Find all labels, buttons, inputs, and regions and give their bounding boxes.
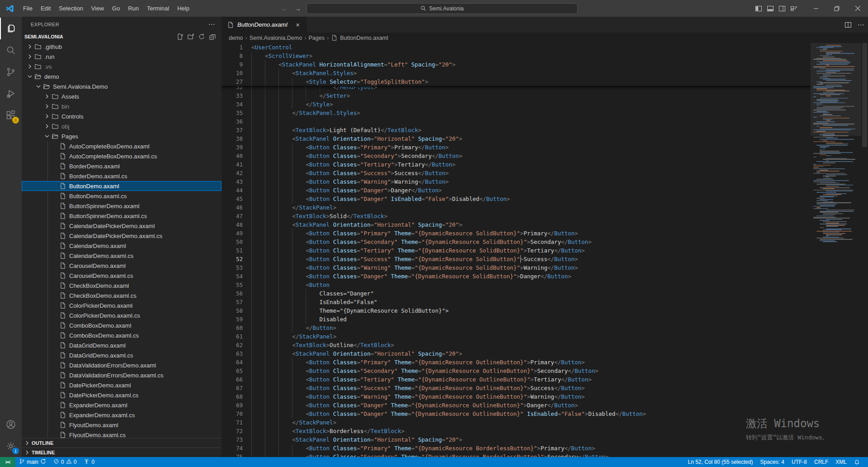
code-line-35[interactable]: 35 </StackPanel.Styles> xyxy=(222,109,811,117)
code-line-8[interactable]: 8 <ScrollViewer> xyxy=(222,52,811,60)
tree-item-borderdemo-axaml-cs[interactable]: BorderDemo.axaml.cs xyxy=(22,171,222,181)
new-folder-icon[interactable] xyxy=(187,33,194,40)
tree-item-semi-avalonia-demo[interactable]: Semi.Avalonia.Demo xyxy=(22,81,222,91)
code-line-69[interactable]: 69 <Button Classes="Danger" Theme="{Dyna… xyxy=(222,401,811,410)
code-line-43[interactable]: 43 <Button Classes="Warning">Warning</Bu… xyxy=(222,177,811,186)
activity-run-and-debug-icon[interactable] xyxy=(0,83,22,105)
collapse-all-icon[interactable] xyxy=(209,33,216,40)
tree-item-checkboxdemo-axaml[interactable]: CheckBoxDemo.axaml xyxy=(22,281,222,291)
code-line-54[interactable]: 54 <Button Classes="Danger" Theme="{Dyna… xyxy=(222,272,811,281)
code-line-63[interactable]: 63 <StackPanel Orientation="Horizontal" … xyxy=(222,349,811,358)
code-line-1[interactable]: 1<UserControl xyxy=(222,43,811,52)
code-line-74[interactable]: 74 <Button Classes="Primary" Theme="{Dyn… xyxy=(222,444,811,453)
code-line-67[interactable]: 67 <Button Classes="Success" Theme="{Dyn… xyxy=(222,384,811,392)
menu-view[interactable]: View xyxy=(87,3,108,14)
tree-item-comboboxdemo-axaml[interactable]: ComboBoxDemo.axaml xyxy=(22,320,222,330)
more-actions-icon[interactable]: ⋯ xyxy=(857,21,864,29)
tree-item-buttonspinnerdemo-axaml[interactable]: ButtonSpinnerDemo.axaml xyxy=(22,201,222,211)
tree-item-calendardatepickerdemo-axaml[interactable]: CalendarDatePickerDemo.axaml xyxy=(22,221,222,231)
code-line-71[interactable]: 71 </StackPanel> xyxy=(222,418,811,427)
code-line-64[interactable]: 64 <Button Classes="Primary" Theme="{Dyn… xyxy=(222,358,811,367)
code-line-40[interactable]: 40 <Button Classes="Secondary">Secondary… xyxy=(222,152,811,160)
code-line-66[interactable]: 66 <Button Classes="Tertiary" Theme="{Dy… xyxy=(222,375,811,384)
cursor-position[interactable]: Ln 52, Col 80 (55 selected) xyxy=(684,457,757,467)
ports-status[interactable]: 0 xyxy=(80,457,98,467)
explorer-more-actions-icon[interactable]: ⋯ xyxy=(208,20,215,29)
workspace-section-header[interactable]: SEMI.AVALONIA xyxy=(22,32,222,42)
code-line-37[interactable]: 37 <TextBlock>Light (Default)</TextBlock… xyxy=(222,126,811,134)
tab-buttondemo-axaml[interactable]: ButtonDemo.axaml × xyxy=(222,17,307,33)
remote-indicator[interactable]: >< xyxy=(0,457,15,467)
close-tab-icon[interactable]: × xyxy=(293,20,302,29)
close-button[interactable] xyxy=(847,0,868,17)
activity-extensions-icon[interactable]: ⚠ xyxy=(0,105,22,126)
menu-edit[interactable]: Edit xyxy=(37,3,55,14)
editor-scrollbar[interactable] xyxy=(861,43,868,457)
tree-item-obj[interactable]: obj xyxy=(22,121,222,131)
code-line-50[interactable]: 50 <Button Classes="Secondary" Theme="{D… xyxy=(222,238,811,246)
eol-status[interactable]: CRLF xyxy=(811,457,832,467)
activity-settings-icon[interactable]: 1 xyxy=(0,435,22,457)
code-line-27[interactable]: 27 <Style Selector="ToggleSplitButton"> xyxy=(222,77,811,86)
tree-item-carouseldemo-axaml[interactable]: CarouselDemo.axaml xyxy=(22,261,222,271)
code-line-41[interactable]: 41 <Button Classes="Tertiary">Tertiary</… xyxy=(222,160,811,169)
tree-item-buttonspinnerdemo-axaml-cs[interactable]: ButtonSpinnerDemo.axaml.cs xyxy=(22,211,222,221)
tree-item-autocompleteboxdemo-axaml-cs[interactable]: AutoCompleteBoxDemo.axaml.cs xyxy=(22,151,222,161)
code-line-53[interactable]: 53 <Button Classes="Warning" Theme="{Dyn… xyxy=(222,263,811,272)
tree-item-pages[interactable]: Pages xyxy=(22,131,222,141)
tree-item-datepickerdemo-axaml[interactable]: DatePickerDemo.axaml xyxy=(22,380,222,390)
tree-item-datepickerdemo-axaml-cs[interactable]: DatePickerDemo.axaml.cs xyxy=(22,390,222,400)
tree-item-calendardemo-axaml-cs[interactable]: CalendarDemo.axaml.cs xyxy=(22,251,222,261)
tree-item-demo[interactable]: demo xyxy=(22,71,222,81)
problems-status[interactable]: 0 0 xyxy=(50,457,80,467)
timeline-panel-header[interactable]: TIMELINE xyxy=(22,448,222,457)
code-line-61[interactable]: 61 </StackPanel> xyxy=(222,332,811,341)
code-line-33[interactable]: 33 </Setter> xyxy=(222,91,811,100)
tree-item-assets[interactable]: Assets xyxy=(22,91,222,101)
code-line-10[interactable]: 10 <StackPanel.Styles> xyxy=(222,69,811,77)
tree-item-borderdemo-axaml[interactable]: BorderDemo.axaml xyxy=(22,161,222,171)
outline-panel-header[interactable]: OUTLINE xyxy=(22,438,222,448)
new-file-icon[interactable] xyxy=(176,33,184,40)
split-editor-icon[interactable] xyxy=(844,21,852,29)
code-line-62[interactable]: 62 <TextBlock>Outline</TextBlock> xyxy=(222,341,811,349)
code-line-59[interactable]: 59 Disabled xyxy=(222,315,811,324)
code-line-44[interactable]: 44 <Button Classes="Danger">Danger</Butt… xyxy=(222,186,811,195)
code-line-32[interactable]: 32 </MenuFlyout> xyxy=(222,86,811,91)
activity-search-icon[interactable] xyxy=(0,39,22,61)
command-center[interactable]: Semi.Avalonia xyxy=(307,3,578,14)
code-line-55[interactable]: 55 <Button xyxy=(222,281,811,289)
activity-explorer-icon[interactable] xyxy=(0,18,22,39)
code-line-58[interactable]: 58 Theme="{DynamicResource SolidButton}"… xyxy=(222,306,811,315)
tree-item-buttondemo-axaml[interactable]: ButtonDemo.axaml xyxy=(22,181,222,191)
code-line-73[interactable]: 73 <StackPanel Orientation="Horizontal" … xyxy=(222,435,811,444)
code-line-42[interactable]: 42 <Button Classes="Success">Success</Bu… xyxy=(222,169,811,177)
code-line-60[interactable]: 60 </Button> xyxy=(222,324,811,332)
menu-run[interactable]: Run xyxy=(124,3,143,14)
code-line-57[interactable]: 57 IsEnabled="False" xyxy=(222,298,811,306)
tree-item-calendardatepickerdemo-axaml-cs[interactable]: CalendarDatePickerDemo.axaml.cs xyxy=(22,231,222,241)
back-arrow-icon[interactable]: ← xyxy=(281,5,288,12)
activity-source-control-icon[interactable] xyxy=(0,61,22,83)
tree-item--github[interactable]: .github xyxy=(22,42,222,52)
tree-item-controls[interactable]: Controls xyxy=(22,111,222,121)
code-line-45[interactable]: 45 <Button Classes="Danger" IsEnabled="F… xyxy=(222,195,811,203)
language-mode[interactable]: XML xyxy=(832,457,850,467)
menu-help[interactable]: Help xyxy=(173,3,193,14)
refresh-icon[interactable] xyxy=(198,33,205,40)
tree-item-calendardemo-axaml[interactable]: CalendarDemo.axaml xyxy=(22,241,222,251)
encoding-status[interactable]: UTF-8 xyxy=(788,457,811,467)
code-line-49[interactable]: 49 <Button Classes="Primary" Theme="{Dyn… xyxy=(222,229,811,238)
code-line-75[interactable]: 75 <Button Classes="Secondary" Theme="{D… xyxy=(222,453,811,457)
code-line-68[interactable]: 68 <Button Classes="Warning" Theme="{Dyn… xyxy=(222,392,811,401)
code-editor[interactable]: 1<UserControl8 <ScrollViewer>9 <StackPan… xyxy=(222,43,868,457)
code-line-48[interactable]: 48 <StackPanel Orientation="Horizontal" … xyxy=(222,220,811,229)
toggle-panel-icon[interactable] xyxy=(767,5,774,12)
breadcrumb-item[interactable]: ButtonDemo.axaml xyxy=(340,35,388,41)
tree-item-expanderdemo-axaml-cs[interactable]: ExpanderDemo.axaml.cs xyxy=(22,410,222,420)
menu-file[interactable]: File xyxy=(19,3,37,14)
menu-selection[interactable]: Selection xyxy=(55,3,87,14)
tree-item-carouseldemo-axaml-cs[interactable]: CarouselDemo.axaml.cs xyxy=(22,271,222,281)
breadcrumb-item[interactable]: Pages xyxy=(308,35,324,41)
tree-item-datavalidationerrorsdemo-axaml-cs[interactable]: DataValidationErrorsDemo.axaml.cs xyxy=(22,370,222,380)
